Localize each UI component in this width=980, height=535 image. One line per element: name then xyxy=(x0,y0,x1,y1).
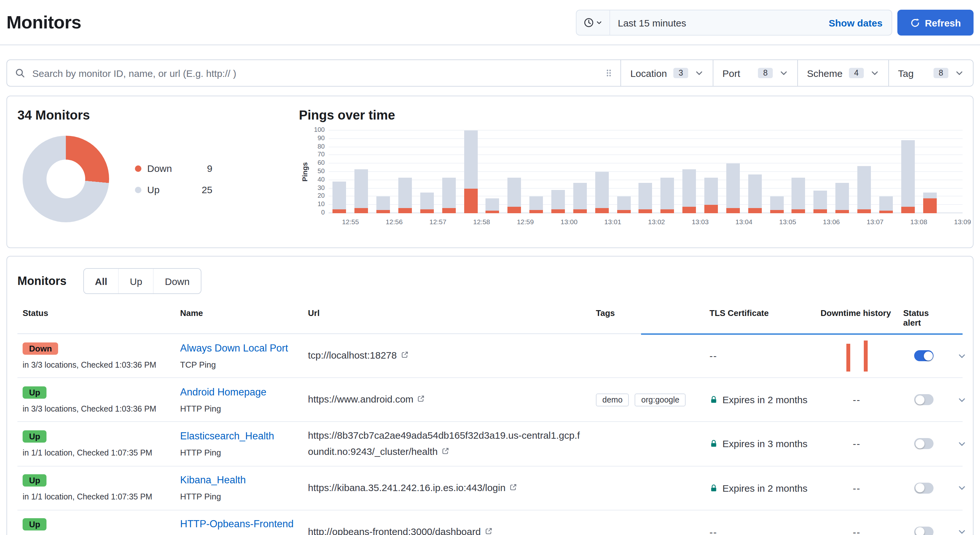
filter-tag-button[interactable]: Tag8 xyxy=(888,60,973,86)
grip-icon[interactable] xyxy=(605,69,613,78)
x-tick-label xyxy=(668,218,689,225)
filter-count-badge: 3 xyxy=(673,68,688,78)
tls-cell: Expires in 2 months xyxy=(704,394,815,405)
chevron-down-icon xyxy=(958,395,966,404)
expand-row-button[interactable] xyxy=(955,481,969,495)
ping-bar xyxy=(744,131,766,213)
expand-row-button[interactable] xyxy=(955,393,969,407)
chevron-down-icon xyxy=(596,19,602,26)
filter-scheme-button[interactable]: Scheme4 xyxy=(797,60,888,86)
expand-cell xyxy=(950,437,977,451)
ping-bar xyxy=(569,131,591,213)
monitors-filter-down-button[interactable]: Down xyxy=(153,269,201,293)
plot-row: 0102030405060708090100 xyxy=(299,131,963,213)
status-alert-toggle[interactable] xyxy=(914,394,934,405)
expand-row-button[interactable] xyxy=(955,437,969,451)
quick-select-button[interactable] xyxy=(576,10,610,35)
bar-up-segment xyxy=(573,182,587,209)
url-external-link[interactable] xyxy=(417,391,425,408)
x-axis-labels: 12:5512:5612:5712:5812:5913:0013:0113:02… xyxy=(329,218,963,225)
bar-up-segment xyxy=(704,178,718,205)
column-header-tls-certificate[interactable]: TLS Certificate xyxy=(704,308,815,327)
status-alert-toggle[interactable] xyxy=(914,438,934,449)
column-header-name[interactable]: Name xyxy=(175,308,303,327)
bar-down-segment xyxy=(508,207,521,213)
overview-panel: 34 Monitors Down9Up25 Pings over time Pi… xyxy=(6,96,974,248)
url-external-link[interactable] xyxy=(485,524,492,535)
y-tick-label: 100 xyxy=(314,127,325,133)
name-cell: Kibana_HealthHTTP Ping xyxy=(175,474,303,501)
x-tick-label xyxy=(536,218,558,225)
tag-badge: org:google xyxy=(635,393,686,406)
monitor-name-link[interactable]: Elasticsearch_Health xyxy=(180,430,274,441)
date-range-value[interactable]: Last 15 minutes xyxy=(610,17,819,28)
bar-up-segment xyxy=(355,169,368,208)
expand-cell xyxy=(950,348,977,363)
expand-row-button[interactable] xyxy=(955,348,969,363)
expand-cell xyxy=(950,481,977,495)
show-dates-button[interactable]: Show dates xyxy=(819,17,892,28)
filter-location-button[interactable]: Location3 xyxy=(621,60,713,86)
table-row: Upin 1/1 location, Checked 1:07:35 PMEla… xyxy=(18,422,963,466)
monitor-url: http://opbeans-frontend:3000/dashboard xyxy=(308,525,480,535)
ping-bar xyxy=(482,131,504,213)
monitors-filter-up-button[interactable]: Up xyxy=(118,269,153,293)
bar-down-segment xyxy=(355,208,368,213)
downtime-bar xyxy=(864,340,867,371)
x-tick-label: 13:00 xyxy=(558,218,580,225)
status-alert-toggle[interactable] xyxy=(914,526,934,535)
monitor-type: TCP Ping xyxy=(180,359,298,369)
x-tick-label xyxy=(624,218,646,225)
refresh-button[interactable]: Refresh xyxy=(897,10,974,35)
column-header-downtime-history[interactable]: Downtime history xyxy=(815,308,898,327)
filter-port-button[interactable]: Port8 xyxy=(713,60,797,86)
status-alert-toggle[interactable] xyxy=(914,482,934,493)
external-link-icon xyxy=(442,447,449,455)
legend-item-up: Up25 xyxy=(135,184,212,195)
downtime-cell: -- xyxy=(815,526,898,535)
x-tick-label xyxy=(842,218,864,225)
monitors-filter-all-button[interactable]: All xyxy=(84,269,118,293)
date-picker: Last 15 minutes Show dates xyxy=(576,10,892,35)
url-external-link[interactable] xyxy=(442,444,449,460)
bar-up-segment xyxy=(617,197,630,210)
ping-bar xyxy=(504,131,525,213)
bar-up-segment xyxy=(508,178,521,207)
url-cell: https://kibana.35.241.242.16.ip.es.io:44… xyxy=(303,480,591,496)
monitor-name-link[interactable]: Always Down Local Port xyxy=(180,342,288,353)
monitor-name-link[interactable]: Kibana_Health xyxy=(180,474,246,485)
x-tick-label xyxy=(361,218,383,225)
y-axis-labels: 0102030405060708090100 xyxy=(307,131,329,213)
status-badge: Up xyxy=(22,518,47,530)
x-tick-label xyxy=(580,218,602,225)
search-input[interactable] xyxy=(31,67,600,79)
monitor-type: HTTP Ping xyxy=(180,448,298,457)
lock-icon xyxy=(710,395,718,404)
clock-icon xyxy=(584,18,594,28)
url-external-link[interactable] xyxy=(401,348,408,364)
monitor-name-link[interactable]: Android Homepage xyxy=(180,386,266,397)
column-header-url[interactable]: Url xyxy=(303,308,591,327)
column-header-status-alert[interactable]: Status alert xyxy=(898,308,950,327)
url-external-link[interactable] xyxy=(509,480,517,496)
bar-up-segment xyxy=(770,197,783,210)
url-cell: https://www.android.com xyxy=(303,391,591,408)
x-tick-label: 13:05 xyxy=(776,218,799,225)
expand-row-button[interactable] xyxy=(955,525,969,535)
alert-cell xyxy=(898,394,950,405)
column-header-tags[interactable]: Tags xyxy=(591,308,704,327)
status-alert-toggle[interactable] xyxy=(914,350,934,361)
downtime-cell: -- xyxy=(815,438,898,449)
monitors-list-panel: Monitors AllUpDown StatusNameUrlTagsTLS … xyxy=(6,256,974,535)
status-cell: Upin 3/3 locations, Checked 1:03:36 PM xyxy=(18,386,175,413)
tls-cell: -- xyxy=(704,526,815,535)
x-tick-label xyxy=(449,218,471,225)
legend-dot xyxy=(135,165,142,172)
column-header-status[interactable]: Status xyxy=(18,308,175,327)
x-tick-label xyxy=(405,218,427,225)
refresh-label: Refresh xyxy=(925,17,961,28)
page-header: Monitors Last 15 minutes Show dates Refr… xyxy=(0,0,980,45)
tags-cell: demoorg:google xyxy=(591,393,704,406)
bar-up-segment xyxy=(792,178,805,209)
monitor-name-link[interactable]: HTTP-Opbeans-Frontend xyxy=(180,518,294,529)
